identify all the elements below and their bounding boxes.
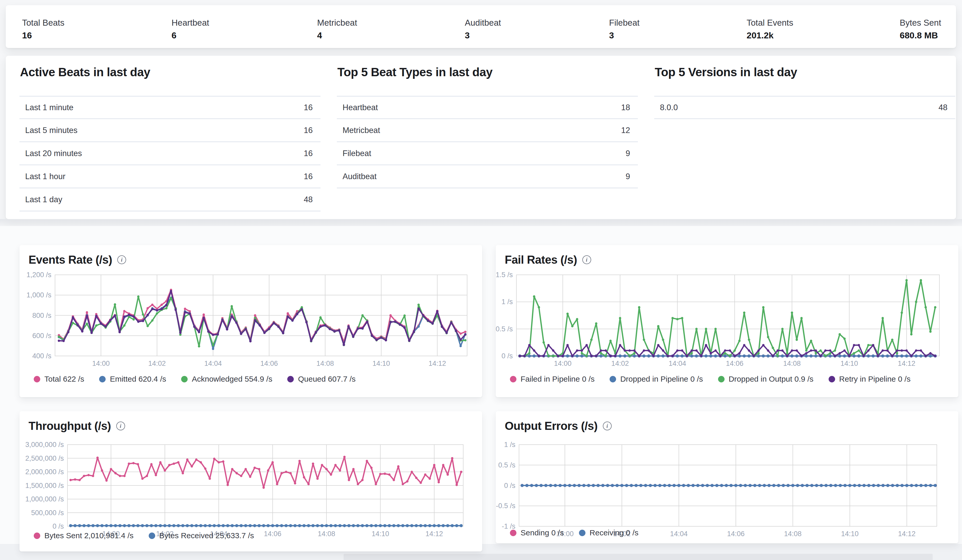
legend-item[interactable]: Failed in Pipeline 0 /s (510, 375, 594, 383)
y-axis-tick-label: 400 /s (32, 352, 52, 360)
y-axis-tick-label: 2,000,000 /s (25, 468, 64, 476)
legend-dot-icon (34, 376, 40, 382)
stat-value: 680.8 MB (900, 31, 941, 40)
y-axis-tick-label: 0 /s (504, 482, 515, 489)
summary-tables-panel: Active Beats in last day Last 1 minute16… (6, 56, 956, 219)
x-axis-tick-label: 14:00 (92, 360, 110, 367)
legend-dot-icon (829, 376, 835, 382)
info-icon[interactable] (582, 255, 591, 264)
y-axis-tick-label: 1 /s (504, 441, 515, 449)
x-axis-tick-label: 14:04 (668, 360, 686, 367)
chart-legend: Total 622 /sEmitted 620.4 /sAcknowledged… (34, 375, 355, 383)
y-axis-tick-label: 1,000 /s (26, 291, 52, 299)
table-row: Auditbeat9 (337, 165, 638, 188)
events-rate-chart-canvas[interactable]: 14:0014:0214:0414:0614:0814:1014:121,200… (19, 245, 482, 397)
y-axis-tick-label: 0 /s (501, 352, 513, 360)
table-title: Top 5 Versions in last day (655, 65, 797, 79)
offscreen-panel-shadow (344, 554, 933, 560)
info-icon[interactable] (117, 255, 126, 264)
table-rows: Last 1 minute16Last 5 minutes16Last 20 m… (19, 96, 321, 211)
table-row: Last 1 day48 (19, 188, 321, 211)
chart-legend: Sending 0 /sReceiving 0 /s (510, 528, 638, 537)
x-axis-tick-label: 14:08 (318, 530, 335, 538)
legend-label: Bytes Sent 2,010,981.4 /s (44, 531, 134, 540)
legend-item[interactable]: Retry in Pipeline 0 /s (829, 375, 910, 383)
stat-label: Heartbeat (171, 18, 209, 28)
legend-dot-icon (34, 533, 40, 539)
chart-title: Events Rate (/s) (29, 253, 112, 266)
row-label: Last 5 minutes (25, 126, 77, 135)
x-axis-tick-label: 14:10 (841, 360, 858, 367)
table-row: 8.0.048 (654, 96, 955, 119)
y-axis-tick-label: 800 /s (32, 312, 52, 319)
x-axis-tick-label: 14:10 (373, 360, 390, 367)
row-value: 12 (621, 126, 630, 135)
stat-item: Filebeat3 (609, 18, 639, 40)
x-axis-tick-label: 14:06 (727, 530, 745, 538)
row-label: Last 1 minute (25, 103, 73, 112)
legend-label: Queued 607.7 /s (298, 375, 355, 383)
row-value: 16 (304, 126, 313, 135)
legend-item[interactable]: Receiving 0 /s (579, 528, 638, 537)
series-line (59, 296, 465, 346)
x-axis-tick-label: 14:12 (428, 360, 446, 367)
info-icon[interactable] (603, 422, 612, 430)
stat-label: Auditbeat (465, 18, 501, 28)
y-axis-tick-label: 1.5 /s (496, 271, 513, 279)
stat-label: Total Events (747, 18, 793, 28)
table-rows: 8.0.048 (654, 96, 955, 119)
x-axis-tick-label: 14:12 (898, 530, 916, 538)
x-axis-tick-label: 14:12 (898, 360, 915, 367)
chart-card-output-errors: 14:0014:0214:0414:0614:0814:1014:121 /s0… (496, 411, 958, 543)
series-line (59, 298, 465, 349)
legend-item[interactable]: Dropped in Pipeline 0 /s (610, 375, 703, 383)
legend-dot-icon (718, 376, 725, 382)
x-axis-tick-label: 14:06 (260, 360, 278, 367)
row-label: Heartbeat (342, 103, 378, 112)
stat-item: Total Beats16 (22, 18, 65, 40)
y-axis-tick-label: 2,500,000 /s (25, 454, 64, 462)
row-value: 48 (939, 103, 947, 112)
row-value: 9 (626, 172, 630, 181)
legend-dot-icon (510, 376, 517, 382)
y-axis-tick-label: 500,000 /s (31, 509, 64, 517)
stat-value: 6 (171, 31, 209, 40)
legend-item[interactable]: Queued 607.7 /s (287, 375, 355, 383)
info-icon[interactable] (116, 422, 125, 430)
legend-item[interactable]: Total 622 /s (34, 375, 84, 383)
legend-label: Sending 0 /s (521, 528, 564, 537)
y-axis-tick-label: 1 /s (501, 298, 513, 306)
stat-label: Bytes Sent (900, 18, 941, 28)
y-axis-tick-label: 0.5 /s (496, 325, 513, 333)
x-axis-tick-label: 14:06 (726, 360, 744, 367)
chart-title: Fail Rates (/s) (505, 253, 577, 266)
x-axis-tick-label: 14:04 (204, 360, 222, 367)
legend-item[interactable]: Sending 0 /s (510, 528, 564, 537)
legend-item[interactable]: Dropped in Output 0.9 /s (718, 375, 814, 383)
legend-label: Dropped in Pipeline 0 /s (620, 375, 703, 383)
fail-rates-chart-canvas[interactable]: 14:0014:0214:0414:0614:0814:1014:121.5 /… (496, 245, 958, 397)
legend-item[interactable]: Bytes Received 25,633.7 /s (149, 531, 254, 540)
stat-value: 16 (22, 31, 65, 40)
row-label: Last 1 hour (25, 172, 65, 181)
table-row: Last 5 minutes16 (19, 119, 321, 142)
legend-dot-icon (579, 529, 586, 536)
row-label: Filebeat (342, 149, 371, 158)
legend-dot-icon (510, 529, 517, 536)
legend-item[interactable]: Bytes Sent 2,010,981.4 /s (34, 531, 134, 540)
x-axis-tick-label: 14:02 (148, 360, 166, 367)
row-value: 9 (626, 149, 630, 158)
x-axis-tick-label: 14:08 (784, 530, 802, 538)
legend-item[interactable]: Acknowledged 554.9 /s (181, 375, 272, 383)
legend-dot-icon (610, 376, 616, 382)
stat-label: Metricbeat (317, 18, 357, 28)
row-label: 8.0.0 (660, 103, 678, 112)
chart-card-events-rate: 14:0014:0214:0414:0614:0814:1014:121,200… (19, 245, 482, 397)
legend-item[interactable]: Emitted 620.4 /s (99, 375, 166, 383)
stat-item: Heartbeat6 (171, 18, 209, 40)
row-label: Metricbeat (342, 126, 380, 135)
stat-value: 201.2k (747, 31, 793, 40)
legend-label: Retry in Pipeline 0 /s (839, 375, 910, 383)
y-axis-tick-label: 1,200 /s (26, 271, 52, 279)
row-value: 16 (304, 149, 313, 158)
